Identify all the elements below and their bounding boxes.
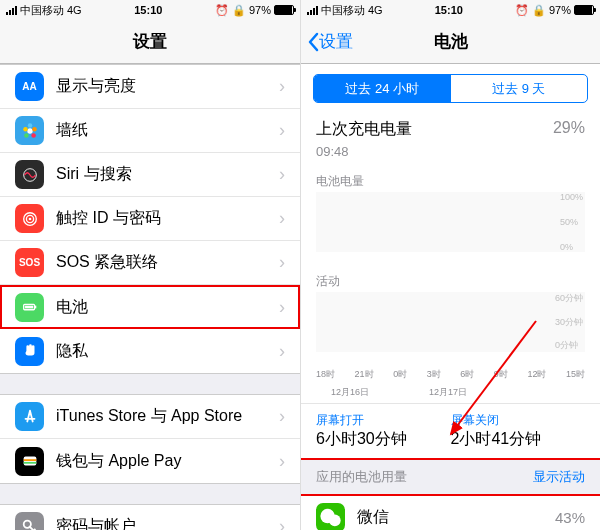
list-label: SOS 紧急联络 bbox=[56, 252, 279, 273]
svg-point-4 bbox=[24, 133, 29, 138]
battery-pct: 97% bbox=[249, 4, 271, 16]
chevron-right-icon: › bbox=[279, 451, 285, 472]
key-icon bbox=[15, 512, 44, 530]
usage-pct: 43% bbox=[555, 509, 585, 526]
last-charge-time: 09:48 bbox=[301, 144, 600, 167]
network: 4G bbox=[67, 4, 82, 16]
wallet-icon bbox=[15, 447, 44, 476]
list-label: iTunes Store 与 App Store bbox=[56, 406, 279, 427]
list-label: 显示与亮度 bbox=[56, 76, 279, 97]
time-range-segment[interactable]: 过去 24 小时 过去 9 天 bbox=[313, 74, 588, 103]
status-bar: 中国移动 4G 15:10 ⏰ 🔒 97% bbox=[301, 0, 600, 20]
battery-level-chart[interactable]: 100%50%0% bbox=[301, 192, 600, 267]
alarm-icon: ⏰ bbox=[515, 4, 529, 17]
show-activity-button[interactable]: 显示活动 bbox=[533, 468, 585, 486]
list-label: 密码与帐户 bbox=[56, 516, 279, 530]
chevron-right-icon: › bbox=[279, 208, 285, 229]
screen-on-label: 屏幕打开 bbox=[316, 412, 451, 429]
chevron-right-icon: › bbox=[279, 406, 285, 427]
list-item-墙纸[interactable]: 墙纸› bbox=[0, 109, 300, 153]
battery-icon bbox=[574, 5, 594, 15]
signal-icon bbox=[307, 6, 318, 15]
list-item-SOS 紧急联络[interactable]: SOSSOS 紧急联络› bbox=[0, 241, 300, 285]
usage-item-微信[interactable]: 微信43% bbox=[301, 496, 600, 530]
list-item-iTunes Store 与 App Store[interactable]: iTunes Store 与 App Store› bbox=[0, 395, 300, 439]
touchid-icon bbox=[15, 204, 44, 233]
list-label: 触控 ID 与密码 bbox=[56, 208, 279, 229]
status-bar: 中国移动 4G 15:10 ⏰ 🔒 97% bbox=[0, 0, 300, 20]
battery-icon bbox=[15, 293, 44, 322]
hand-icon bbox=[15, 337, 44, 366]
alarm-icon: ⏰ bbox=[215, 4, 229, 17]
carrier: 中国移动 bbox=[321, 3, 365, 18]
screen-off-value: 2小时41分钟 bbox=[451, 429, 586, 450]
SOS-icon: SOS bbox=[15, 248, 44, 277]
signal-icon bbox=[6, 6, 17, 15]
time-axis: 18时21时0时3时6时9时12时15时 bbox=[301, 367, 600, 385]
chevron-right-icon: › bbox=[279, 297, 285, 318]
chevron-right-icon: › bbox=[279, 516, 285, 530]
siri-icon bbox=[15, 160, 44, 189]
activity-chart[interactable]: 60分钟30分钟0分钟 bbox=[301, 292, 600, 367]
list-item-密码与帐户[interactable]: 密码与帐户› bbox=[0, 505, 300, 530]
battery-icon bbox=[274, 5, 294, 15]
chevron-right-icon: › bbox=[279, 252, 285, 273]
network: 4G bbox=[368, 4, 383, 16]
list-label: 隐私 bbox=[56, 341, 279, 362]
list-label: 钱包与 Apple Pay bbox=[56, 451, 279, 472]
usage-header: 应用的电池用量 显示活动 bbox=[301, 458, 600, 496]
svg-point-9 bbox=[28, 217, 31, 220]
app-icon bbox=[316, 503, 345, 530]
page-title: 电池 bbox=[434, 30, 468, 53]
battery-pct: 97% bbox=[549, 4, 571, 16]
orientation-lock-icon: 🔒 bbox=[232, 4, 246, 17]
chevron-right-icon: › bbox=[279, 341, 285, 362]
list-item-钱包与 Apple Pay[interactable]: 钱包与 Apple Pay› bbox=[0, 439, 300, 483]
level-title: 电池电量 bbox=[301, 167, 600, 192]
usage-label: 微信 bbox=[357, 507, 555, 528]
list-item-隐私[interactable]: 隐私› bbox=[0, 329, 300, 373]
back-label: 设置 bbox=[319, 30, 353, 53]
last-charge-pct: 29% bbox=[553, 119, 585, 140]
list-label: 电池 bbox=[56, 297, 279, 318]
page-title: 设置 bbox=[133, 30, 167, 53]
status-time: 15:10 bbox=[134, 4, 162, 16]
seg-24h[interactable]: 过去 24 小时 bbox=[314, 75, 451, 102]
list-item-Siri 与搜索[interactable]: Siri 与搜索› bbox=[0, 153, 300, 197]
list-label: 墙纸 bbox=[56, 120, 279, 141]
activity-title: 活动 bbox=[301, 267, 600, 292]
flower-icon bbox=[15, 116, 44, 145]
list-item-电池[interactable]: 电池› bbox=[0, 285, 300, 329]
svg-rect-12 bbox=[25, 306, 33, 309]
usage-title: 应用的电池用量 bbox=[316, 468, 407, 486]
last-charge-label: 上次充电电量 bbox=[316, 119, 412, 140]
appstore-icon bbox=[15, 402, 44, 431]
carrier: 中国移动 bbox=[20, 3, 64, 18]
AA-icon: AA bbox=[15, 72, 44, 101]
screen-off-label: 屏幕关闭 bbox=[451, 412, 586, 429]
svg-rect-11 bbox=[34, 306, 35, 309]
battery-panel: 中国移动 4G 15:10 ⏰ 🔒 97% 设置 电池 过去 24 小时 过去 … bbox=[300, 0, 600, 530]
list-item-显示与亮度[interactable]: AA显示与亮度› bbox=[0, 65, 300, 109]
back-button[interactable]: 设置 bbox=[307, 30, 353, 53]
orientation-lock-icon: 🔒 bbox=[532, 4, 546, 17]
seg-9d[interactable]: 过去 9 天 bbox=[451, 75, 588, 102]
status-time: 15:10 bbox=[435, 4, 463, 16]
svg-point-3 bbox=[31, 133, 35, 138]
svg-point-19 bbox=[329, 515, 341, 527]
svg-point-2 bbox=[32, 126, 37, 131]
svg-point-5 bbox=[23, 126, 28, 131]
nav-bar: 设置 电池 bbox=[301, 20, 600, 64]
svg-point-1 bbox=[27, 123, 32, 128]
chevron-right-icon: › bbox=[279, 120, 285, 141]
screen-on-value: 6小时30分钟 bbox=[316, 429, 451, 450]
svg-rect-14 bbox=[23, 459, 36, 461]
svg-rect-15 bbox=[23, 462, 36, 464]
chevron-left-icon bbox=[307, 32, 319, 52]
svg-point-0 bbox=[27, 128, 32, 133]
list-item-触控 ID 与密码[interactable]: 触控 ID 与密码› bbox=[0, 197, 300, 241]
list-label: Siri 与搜索 bbox=[56, 164, 279, 185]
chevron-right-icon: › bbox=[279, 76, 285, 97]
chevron-right-icon: › bbox=[279, 164, 285, 185]
settings-panel: 中国移动 4G 15:10 ⏰ 🔒 97% 设置 AA显示与亮度›墙纸›Siri… bbox=[0, 0, 300, 530]
